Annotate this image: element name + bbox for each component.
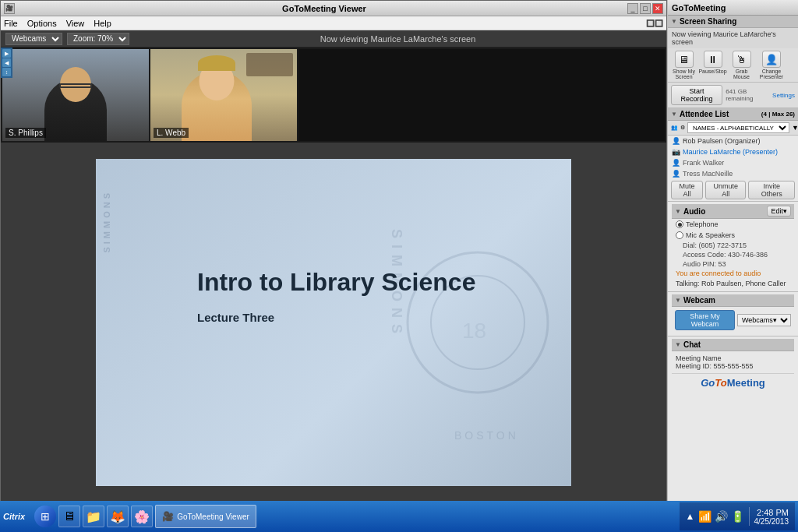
taskbar-icon-firefox[interactable]: 🦊 <box>107 506 129 527</box>
chat-section: ▼ Chat Meeting Name Meeting ID: 555-555-… <box>668 336 798 394</box>
attendee-buttons: Mute All Unmute All Invite Others <box>668 179 798 201</box>
slide-subtitle: Lecture Three <box>197 311 475 324</box>
webcam-share-row: Share My Webcam Webcams▾ <box>672 307 794 333</box>
dial-info: Dial: (605) 722-3715 <box>672 241 794 250</box>
meeting-info: Meeting Name Meeting ID: 555-555-555 <box>672 351 794 374</box>
screen-sharing-buttons: 🖥 Show My Screen ⏸ Pause/Stop 🖱 Grab Mou… <box>668 48 798 82</box>
close-button[interactable]: ✕ <box>652 3 663 14</box>
mic-speakers-option[interactable]: Mic & Speakers <box>672 230 794 241</box>
right-panel: GoToMeeting ▼ Screen Sharing Now viewing… <box>667 0 798 501</box>
minimize-button[interactable]: _ <box>627 3 638 14</box>
attendee-header[interactable]: ▼ Attendee List (4 | Max 26) <box>668 108 798 121</box>
attendee-section: ▼ Attendee List (4 | Max 26) 👥 ⚙ NAMES -… <box>668 108 798 202</box>
taskbar-icon-folder[interactable]: 📁 <box>83 506 104 527</box>
start-recording-btn[interactable]: Start Recording <box>671 85 722 105</box>
taskbar-gotomeeting[interactable]: 🎥 GoToMeeting Viewer <box>155 505 256 528</box>
webcams-dropdown[interactable]: Webcams <box>5 33 62 45</box>
chat-header[interactable]: ▼ Chat <box>672 339 794 351</box>
access-code: Access Code: 430-746-386 <box>672 250 794 259</box>
screen-sharing-section: ▼ Screen Sharing Now viewing Maurice LaM… <box>668 16 798 108</box>
mute-all-btn[interactable]: Mute All <box>671 181 703 199</box>
menu-bar: File Options View Help 🔲🔲 <box>1 16 666 30</box>
viewer-toolbar: Webcams Zoom: 70% Now viewing Maurice La… <box>1 30 666 48</box>
window-title: GoToMeeting Viewer <box>21 4 627 13</box>
invite-others-btn[interactable]: Invite Others <box>748 181 795 199</box>
grab-mouse-btn[interactable]: 🖱 Grab Mouse <box>728 51 755 79</box>
recording-row: Start Recording 641 GB remaining Setting… <box>668 82 798 107</box>
app-icon: 🎥 <box>4 3 15 14</box>
windows-start-button[interactable]: ⊞ <box>34 506 56 527</box>
tray-icon-network[interactable]: 📶 <box>698 510 711 523</box>
telephone-radio[interactable] <box>676 220 683 228</box>
webcam-label-s-phillips: S. Phillips <box>5 128 46 138</box>
attendee-organizer: 👤 Rob Paulsen (Organizer) <box>668 136 798 146</box>
slide-title: Intro to Library Science <box>197 268 475 297</box>
share-my-webcam-btn[interactable]: Share My Webcam <box>675 310 735 330</box>
unmute-all-btn[interactable]: Unmute All <box>705 181 746 199</box>
left-icon-2[interactable]: ◀ <box>2 58 11 67</box>
citrix-logo: Citrix <box>3 512 25 521</box>
storage-info: 641 GB remaining <box>726 88 769 102</box>
settings-link[interactable]: Settings <box>772 92 795 99</box>
left-icon-strip: ▶ ◀ ↕ <box>1 48 12 78</box>
window-controls: 🔲🔲 <box>646 19 663 27</box>
screen-status: Now viewing Maurice LaMarche's screen <box>134 34 662 44</box>
taskbar-icon-flower[interactable]: 🌸 <box>131 506 153 527</box>
left-icon-1[interactable]: ▶ <box>2 49 11 58</box>
webcam-rp-header[interactable]: ▼ Webcam <box>672 294 794 307</box>
audio-connected-msg: You are connected to audio <box>672 269 794 278</box>
audio-edit-btn[interactable]: Edit▾ <box>767 206 791 217</box>
slide-side-text: SIMMONS <box>102 190 111 253</box>
audio-header[interactable]: ▼ Audio Edit▾ <box>672 204 794 219</box>
taskbar-items: ⊞ 🖥 📁 🦊 🌸 🎥 GoToMeeting Viewer <box>34 505 679 528</box>
left-icon-3[interactable]: ↕ <box>2 68 11 76</box>
mic-speakers-radio[interactable] <box>676 231 683 239</box>
svg-text:BOSTON: BOSTON <box>454 429 519 442</box>
webcam-l-webb: L. Webb <box>150 49 297 141</box>
slide: SIMMONS BOSTON 18 Intro <box>96 159 571 486</box>
taskbar: Citrix ⊞ 🖥 📁 🦊 🌸 🎥 <box>0 501 798 532</box>
webcam-label-l-webb: L. Webb <box>154 128 189 138</box>
show-my-screen-btn[interactable]: 🖥 Show My Screen <box>670 51 697 79</box>
presentation-area: SIMMONS BOSTON 18 Intro <box>1 143 666 502</box>
maximize-button[interactable]: □ <box>640 3 651 14</box>
webcam-select[interactable]: Webcams▾ <box>737 314 791 326</box>
pause-stop-btn[interactable]: ⏸ Pause/Stop <box>699 51 726 79</box>
telephone-option[interactable]: Telephone <box>672 219 794 230</box>
taskbar-tray: ▲ 📶 🔊 🔋 2:48 PM 4/25/2013 <box>680 502 795 530</box>
screen-sharing-header[interactable]: ▼ Screen Sharing <box>668 16 798 28</box>
names-sort-dropdown[interactable]: NAMES - ALPHABETICALLY <box>687 122 789 133</box>
menu-options[interactable]: Options <box>27 19 57 28</box>
talking-label: Talking: Rob Paulsen, Phone Caller <box>672 278 794 289</box>
menu-help[interactable]: Help <box>94 19 111 28</box>
title-bar: 🎥 GoToMeeting Viewer _ □ ✕ <box>1 1 666 16</box>
right-panel-title-bar: GoToMeeting <box>668 0 798 16</box>
gotomeeting-logo: GoToMeeting <box>672 374 794 392</box>
webcam-strip: S. Phillips L. Webb <box>1 48 666 143</box>
menu-file[interactable]: File <box>4 19 18 28</box>
rp-title: GoToMeeting <box>672 3 726 12</box>
change-presenter-btn[interactable]: 👤 Change Presenter <box>757 51 786 79</box>
tray-icon-battery[interactable]: 🔋 <box>731 510 744 523</box>
zoom-dropdown[interactable]: Zoom: 70% <box>67 33 129 45</box>
menu-view[interactable]: View <box>66 19 85 28</box>
tray-icon-1[interactable]: ▲ <box>686 511 695 522</box>
attendee-frank: 👤 Frank Walker <box>668 157 798 168</box>
slide-title-area: Intro to Library Science Lecture Three <box>197 268 475 324</box>
names-sort-row: 👥 ⚙ NAMES - ALPHABETICALLY ▼ <box>668 121 798 136</box>
attendee-presenter: 📷 Maurice LaMarche (Presenter) <box>668 146 798 157</box>
taskbar-clock: 2:48 PM 4/25/2013 <box>754 508 789 526</box>
tray-icon-sound[interactable]: 🔊 <box>715 510 728 523</box>
taskbar-icon-1[interactable]: 🖥 <box>58 506 80 527</box>
audio-pin: Audio PIN: 53 <box>672 259 794 269</box>
webcam-rp-section: ▼ Webcam Share My Webcam Webcams▾ <box>668 292 798 336</box>
attendee-tress: 👤 Tress MacNeille <box>668 168 798 179</box>
webcam-s-phillips: S. Phillips <box>2 49 149 141</box>
screen-sharing-status: Now viewing Maurice LaMarche's screen <box>668 28 798 48</box>
audio-section: ▼ Audio Edit▾ Telephone Mic & Speakers D… <box>668 202 798 292</box>
